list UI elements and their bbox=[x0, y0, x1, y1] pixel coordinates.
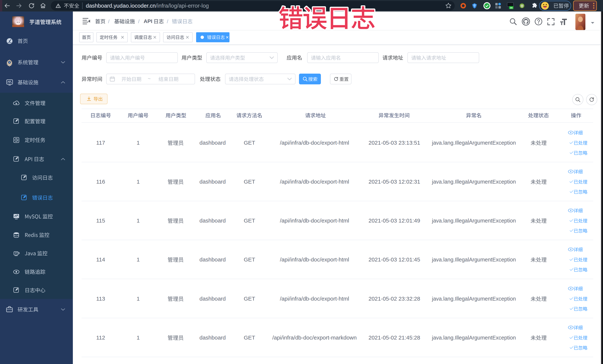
svg-text:on: on bbox=[510, 7, 513, 9]
